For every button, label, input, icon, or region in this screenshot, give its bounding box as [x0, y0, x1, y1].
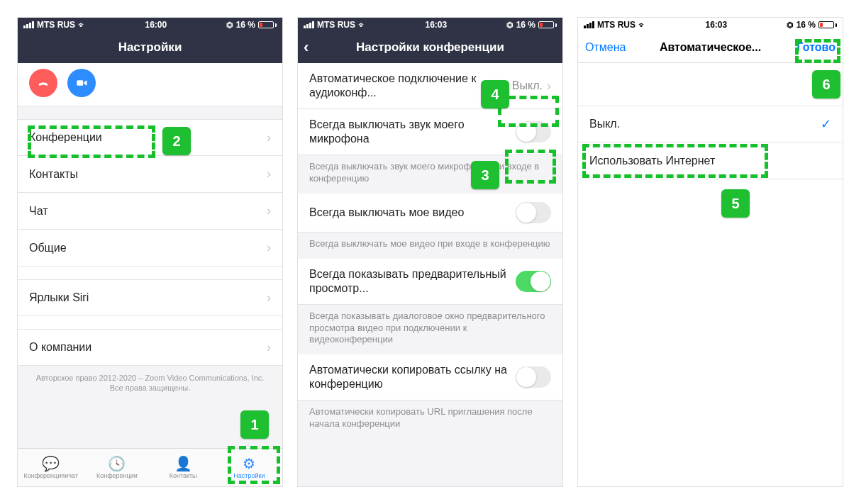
row-siri[interactable]: Ярлыки Siri › [18, 279, 282, 316]
hint-preview: Всегда показывать диалоговое окно предва… [298, 305, 562, 355]
clock: 16:00 [86, 20, 226, 30]
battery-percent: 16 % [516, 20, 535, 30]
tab-chat[interactable]: 💬 Конференцияичат [18, 449, 84, 486]
options-content: Выкл. ✓ Использовать Интернет [578, 63, 843, 486]
page-title: Автоматическое... [660, 41, 761, 54]
chevron-right-icon: › [267, 167, 271, 181]
orientation-lock-icon: ⏣ [226, 21, 233, 30]
status-bar: MTS RUS ᯤ 16:03 ⏣ 16 % [578, 18, 843, 32]
copyright: Авторское право 2012-2020 – Zoom Video C… [18, 366, 282, 399]
row-label: Контакты [29, 167, 267, 181]
phone-meeting-settings: MTS RUS ᯤ 16:03 ⏣ 16 % ‹ Настройки конфе… [297, 17, 563, 487]
row-label: Ярлыки Siri [29, 291, 267, 305]
row-contacts[interactable]: Контакты › [18, 156, 282, 193]
row-label: Всегда выключать звук моего микрофона [309, 118, 516, 146]
done-button[interactable]: Готово [797, 32, 836, 62]
chevron-right-icon: › [267, 130, 271, 145]
page-title: Настройки конференции [356, 40, 504, 55]
carrier-label: MTS RUS [317, 20, 355, 30]
clock: 16:03 [646, 20, 787, 30]
battery-icon [818, 21, 837, 28]
orientation-lock-icon: ⏣ [787, 21, 794, 30]
video-icon[interactable] [67, 69, 96, 97]
settings-content: Конференции › Контакты › Чат › Общие › Я… [18, 63, 282, 448]
row-label: Автоматически копировать ссылку на конфе… [309, 363, 516, 391]
row-label: Автоматическое подключение к аудиоконф..… [309, 72, 512, 100]
tab-bar: 💬 Конференцияичат 🕓 Конференции 👤 Контак… [18, 448, 282, 486]
clock: 16:03 [366, 20, 506, 30]
option-label: Использовать Интернет [589, 155, 831, 167]
nav-header: Настройки [18, 32, 282, 63]
option-label: Выкл. [589, 118, 821, 130]
row-general[interactable]: Общие › [18, 230, 282, 267]
row-about[interactable]: О компании › [18, 329, 282, 366]
profile-actions [18, 63, 282, 106]
tab-contacts[interactable]: 👤 Контакты [150, 449, 216, 486]
gear-icon: ⚙ [243, 457, 255, 471]
battery-percent: 16 % [236, 20, 255, 30]
hint-mute-mic: Всегда выключать звук моего микрофона пр… [298, 155, 562, 194]
toggle-copy-link[interactable] [516, 366, 551, 388]
signal-icon [304, 21, 314, 28]
signal-icon [23, 21, 34, 28]
hint-copy-link: Автоматически копировать URL приглашения… [298, 401, 562, 439]
cancel-button[interactable]: Отмена [585, 32, 626, 62]
page-title: Настройки [118, 40, 182, 55]
toggle-video-off[interactable] [516, 202, 551, 223]
row-conferences[interactable]: Конференции › [18, 119, 282, 156]
chevron-right-icon: › [267, 203, 271, 218]
carrier-label: MTS RUS [37, 20, 75, 30]
row-video-off[interactable]: Всегда выключать мое видео [298, 194, 562, 233]
row-preview[interactable]: Всегда показывать предварительный просмо… [298, 259, 562, 305]
status-bar: MTS RUS ᯤ 16:03 ⏣ 16 % [298, 18, 562, 32]
battery-icon [538, 21, 557, 28]
tab-meetings[interactable]: 🕓 Конференции [84, 449, 150, 486]
nav-header: Отмена Автоматическое... Готово [578, 32, 843, 63]
toggle-mute-mic[interactable] [516, 121, 551, 142]
chat-icon: 💬 [42, 457, 60, 471]
chevron-right-icon: › [267, 340, 271, 355]
nav-header: ‹ Настройки конференции [298, 32, 562, 63]
row-copy-link[interactable]: Автоматически копировать ссылку на конфе… [298, 354, 562, 401]
phone-settings: MTS RUS ᯤ 16:00 ⏣ 16 % Настройки Конфере… [17, 17, 283, 487]
chevron-right-icon: › [267, 240, 271, 255]
row-auto-audio[interactable]: Автоматическое подключение к аудиоконф..… [298, 63, 562, 109]
status-bar: MTS RUS ᯤ 16:00 ⏣ 16 % [18, 18, 282, 32]
battery-percent: 16 % [796, 20, 816, 30]
row-value: Выкл. [512, 79, 543, 92]
tab-settings[interactable]: ⚙ Настройки [216, 449, 282, 486]
option-off[interactable]: Выкл. ✓ [578, 106, 843, 142]
row-label: Всегда выключать мое видео [309, 206, 516, 220]
svg-rect-0 [77, 80, 83, 86]
signal-icon [584, 21, 594, 28]
toggle-preview[interactable] [516, 271, 551, 292]
wifi-icon: ᯤ [638, 21, 646, 29]
contacts-icon: 👤 [174, 457, 192, 471]
phone-audio-options: MTS RUS ᯤ 16:03 ⏣ 16 % Отмена Автоматиче… [577, 17, 843, 487]
hangup-icon[interactable] [29, 69, 57, 97]
row-label: Всегда показывать предварительный просмо… [309, 267, 516, 296]
carrier-label: MTS RUS [597, 20, 635, 30]
wifi-icon: ᯤ [358, 21, 366, 29]
chevron-right-icon: › [267, 291, 271, 306]
battery-icon [258, 21, 277, 28]
checkmark-icon: ✓ [821, 116, 831, 132]
clock-icon: 🕓 [108, 457, 126, 471]
hint-video-off: Всегда выключать мое видео при входе в к… [298, 233, 562, 259]
row-label: Чат [29, 204, 267, 218]
back-button[interactable]: ‹ [304, 32, 309, 63]
row-chat[interactable]: Чат › [18, 193, 282, 230]
orientation-lock-icon: ⏣ [506, 21, 514, 30]
row-label: Общие [29, 241, 267, 255]
row-label: О компании [29, 340, 267, 354]
row-mute-mic[interactable]: Всегда выключать звук моего микрофона [298, 109, 562, 155]
chevron-right-icon: › [547, 79, 551, 94]
wifi-icon: ᯤ [78, 21, 86, 29]
row-label: Конференции [29, 130, 267, 145]
option-internet[interactable]: Использовать Интернет [578, 142, 843, 179]
meeting-settings-content: Автоматическое подключение к аудиоконф..… [298, 63, 562, 486]
